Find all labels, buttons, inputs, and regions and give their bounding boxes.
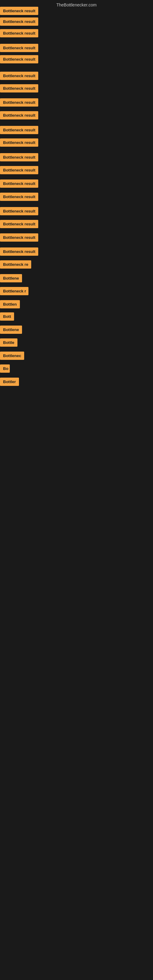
bottleneck-result-item: Bottleneck result [0, 84, 38, 94]
bottleneck-badge[interactable]: Bottleneck result [0, 111, 38, 119]
bottleneck-badge[interactable]: Bottleneck re [0, 260, 31, 269]
bottleneck-result-item: Bo [0, 364, 10, 374]
bottleneck-result-item: Bottleneck result [0, 220, 38, 229]
bottleneck-badge[interactable]: Bottleneck result [0, 192, 38, 201]
bottleneck-badge[interactable]: Bottlen [0, 300, 20, 309]
bottleneck-result-item: Bottleneck result [0, 44, 38, 53]
bottleneck-result-item: Bottleneck result [0, 192, 38, 202]
bottleneck-badge[interactable]: Bo [0, 364, 10, 373]
bottleneck-badge[interactable]: Bottlene [0, 326, 22, 334]
bottleneck-badge[interactable]: Bottleneck result [0, 180, 38, 188]
bottleneck-result-item: Bottleneck r [0, 287, 29, 296]
bottleneck-badge[interactable]: Bottlene [0, 274, 22, 282]
bottleneck-result-item: Bottleneck result [0, 126, 38, 135]
bottleneck-result-item: Bottlene [0, 326, 22, 335]
bottleneck-result-item: Bottleneck result [0, 233, 38, 243]
bottleneck-badge[interactable]: Bottleneck result [0, 98, 38, 107]
bottleneck-result-item: Bottleneck result [0, 98, 38, 108]
bottleneck-result-item: Bottleneck result [0, 207, 38, 216]
bottleneck-result-item: Bottleneck result [0, 138, 38, 148]
bottleneck-result-item: Bottlenec [0, 352, 24, 361]
bottleneck-badge[interactable]: Bottleneck result [0, 153, 38, 161]
bottleneck-result-item: Bottleneck result [0, 247, 38, 257]
bottleneck-badge[interactable]: Bottleneck result [0, 138, 38, 147]
site-title: TheBottlenecker.com [56, 2, 97, 7]
bottleneck-badge[interactable]: Bottleneck r [0, 287, 29, 295]
bottleneck-result-item: Bottler [0, 378, 19, 387]
bottleneck-badge[interactable]: Bottleneck result [0, 247, 38, 256]
bottleneck-result-item: Bottlen [0, 300, 20, 310]
bottleneck-badge[interactable]: Bottleneck result [0, 126, 38, 134]
bottleneck-badge[interactable]: Bottleneck result [0, 166, 38, 174]
bottleneck-badge[interactable]: Bottleneck result [0, 233, 38, 242]
bottleneck-result-item: Bottlene [0, 274, 22, 283]
bottleneck-badge[interactable]: Bottlenec [0, 352, 24, 360]
bottleneck-badge[interactable]: Bottleneck result [0, 7, 38, 15]
bottleneck-result-item: Bottleneck result [0, 72, 38, 81]
bottleneck-badge[interactable]: Bottleneck result [0, 207, 38, 215]
bottleneck-badge[interactable]: Bottleneck result [0, 44, 38, 52]
bottleneck-result-item: Bottleneck result [0, 111, 38, 121]
bottleneck-result-item: Bottleneck result [0, 166, 38, 175]
bottleneck-badge[interactable]: Bottleneck result [0, 29, 38, 37]
bottleneck-result-item: Bottle [0, 339, 18, 348]
bottleneck-badge[interactable]: Bott [0, 312, 14, 321]
bottleneck-result-item: Bott [0, 312, 14, 322]
bottleneck-result-item: Bottleneck result [0, 153, 38, 162]
bottleneck-badge[interactable]: Bottleneck result [0, 220, 38, 228]
bottleneck-result-item: Bottleneck result [0, 7, 38, 16]
bottleneck-result-item: Bottleneck result [0, 29, 38, 38]
bottleneck-badge[interactable]: Bottleneck result [0, 55, 38, 64]
bottleneck-badge[interactable]: Bottler [0, 378, 19, 386]
bottleneck-result-item: Bottleneck result [0, 55, 38, 65]
bottleneck-badge[interactable]: Bottleneck result [0, 84, 38, 92]
bottleneck-result-item: Bottleneck re [0, 260, 31, 270]
bottleneck-badge[interactable]: Bottleneck result [0, 18, 38, 26]
bottleneck-result-item: Bottleneck result [0, 18, 38, 27]
bottleneck-badge[interactable]: Bottle [0, 339, 18, 347]
bottleneck-badge[interactable]: Bottleneck result [0, 72, 38, 80]
bottleneck-result-item: Bottleneck result [0, 180, 38, 189]
